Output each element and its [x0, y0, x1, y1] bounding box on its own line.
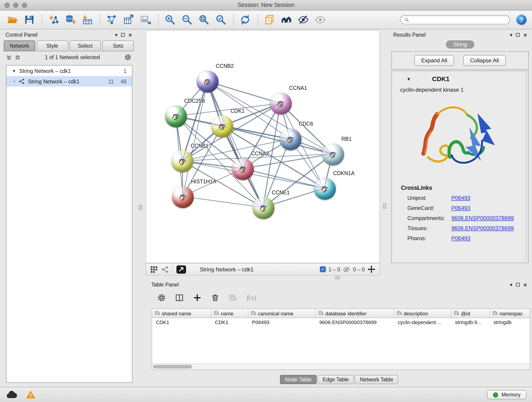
panel-close-icon[interactable]: ×	[128, 32, 132, 38]
network-node-cdkn1a[interactable]	[314, 178, 336, 200]
import-network-from-file-icon[interactable]	[47, 13, 60, 27]
crosslink-label: GeneCard:	[407, 205, 451, 211]
add-column-icon[interactable]	[193, 293, 202, 302]
network-node-ccnb2[interactable]	[196, 70, 219, 93]
scrollbar-thumb[interactable]	[153, 365, 192, 369]
panel-close-icon[interactable]: ×	[524, 32, 527, 38]
splitter-handle-left[interactable]	[139, 205, 142, 210]
network-row-selected[interactable]: ● String Network – cdk1 11 48	[6, 76, 132, 87]
export-table-icon[interactable]	[122, 13, 136, 27]
memory-button[interactable]: Memory	[487, 390, 526, 399]
new-network-from-selection-icon[interactable]	[105, 13, 119, 27]
panel-float-icon[interactable]	[516, 33, 520, 37]
column-header-description[interactable]: description	[394, 309, 451, 318]
apply-preferred-layout-icon[interactable]	[238, 13, 252, 27]
open-documentation-icon[interactable]	[263, 13, 276, 27]
zoom-in-icon[interactable]	[163, 13, 177, 27]
column-header-database-identifier[interactable]: database identifier	[316, 309, 394, 318]
panel-menu-icon[interactable]: ▾	[510, 282, 513, 287]
network-node-cdc6[interactable]	[279, 128, 302, 150]
save-session-icon[interactable]	[22, 13, 36, 27]
panel-menu-icon[interactable]: ▾	[510, 32, 513, 37]
crosslink-link[interactable]: P06493	[451, 195, 470, 201]
crosslink-link[interactable]: P06493	[451, 205, 470, 211]
tab-style[interactable]: Style	[37, 40, 68, 51]
column-header-namespac[interactable]: namespac	[490, 309, 530, 318]
control-panel-header: Control Panel ▾ ×	[2, 30, 135, 39]
show-columns-icon[interactable]	[175, 293, 184, 302]
network-node-hist1h1a[interactable]	[172, 186, 194, 208]
table-row[interactable]: CDK1CDK1P064939606.ENSP00000378699cyclin…	[152, 318, 530, 327]
network-canvas[interactable]: CCNB2CCNA1CDC25BCDK1CDC6RB1CCNB1CCNA2CDK…	[146, 30, 380, 263]
tab-select[interactable]: Select	[70, 40, 101, 51]
collapse-all-button[interactable]: Collapse All	[463, 55, 506, 66]
section-collapse-icon[interactable]: ▼	[406, 76, 411, 81]
results-scrollbar[interactable]	[525, 71, 528, 262]
zoom-out-icon[interactable]	[180, 13, 194, 27]
cloud-status-icon[interactable]	[6, 390, 18, 399]
window-close-button[interactable]	[5, 3, 10, 8]
detach-view-button[interactable]	[177, 265, 186, 274]
zoom-selected-icon[interactable]	[214, 13, 228, 27]
function-builder-icon[interactable]: f(x)	[247, 294, 256, 301]
panel-close-icon[interactable]: ×	[524, 282, 527, 288]
show-all-icon[interactable]	[313, 13, 327, 27]
hide-selected-icon[interactable]	[297, 13, 310, 27]
table-settings-gear-icon[interactable]	[157, 293, 166, 302]
pan-crosshair-icon[interactable]	[367, 265, 375, 273]
column-header-canonical-name[interactable]: canonical name	[248, 309, 316, 318]
warning-icon[interactable]	[26, 390, 35, 399]
network-node-ccne1[interactable]	[253, 197, 274, 219]
tab-network[interactable]: Network	[4, 40, 35, 51]
table-horizontal-scrollbar[interactable]	[152, 364, 530, 370]
network-node-ccnb1[interactable]	[171, 150, 193, 172]
panel-menu-icon[interactable]: ▾	[115, 32, 118, 37]
expand-all-button[interactable]: Expand All	[414, 55, 454, 66]
delete-column-icon[interactable]	[211, 293, 220, 302]
string-home-icon[interactable]	[279, 13, 293, 27]
network-options-gear-icon[interactable]	[124, 54, 132, 61]
import-table-from-file-icon[interactable]	[81, 13, 94, 27]
tab-node-table[interactable]: Node Table	[280, 375, 317, 384]
crosslink-label: Tissues:	[407, 225, 451, 231]
network-node-ccna1[interactable]	[270, 93, 292, 115]
tab-edge-table[interactable]: Edge Table	[317, 375, 354, 384]
search-icon	[404, 17, 409, 22]
selected-checkbox-icon[interactable]: ✓	[320, 266, 326, 272]
protein-structure-image	[414, 99, 506, 179]
column-header--id[interactable]: @id	[451, 309, 490, 318]
crosslink-link[interactable]: P06493	[451, 235, 470, 242]
help-button[interactable]: ?	[516, 15, 526, 25]
crosslink-link[interactable]: 9606.ENSP00000378699	[451, 225, 514, 231]
network-collection-row[interactable]: ▼ String Network – cdk1 1	[6, 65, 132, 76]
window-minimize-button[interactable]	[13, 3, 18, 8]
network-node-cdc25b[interactable]	[165, 105, 187, 128]
column-header-shared-name[interactable]: shared name	[152, 309, 211, 318]
splitter-handle-bottom[interactable]	[335, 276, 340, 279]
panel-float-icon[interactable]	[516, 283, 520, 287]
tab-string[interactable]: String	[446, 40, 474, 49]
network-node-ccna2[interactable]	[232, 158, 254, 180]
import-network-from-database-icon[interactable]	[64, 13, 77, 27]
network-share-icon[interactable]	[161, 266, 169, 273]
birdseye-grid-icon[interactable]	[150, 266, 158, 273]
export-image-icon[interactable]	[139, 13, 152, 27]
network-icon	[19, 78, 25, 84]
zoom-fit-content-icon[interactable]	[197, 13, 211, 27]
network-node-cdk1[interactable]	[211, 115, 233, 138]
panel-float-icon[interactable]	[121, 33, 125, 37]
crosslink-link[interactable]: 9606.ENSP00000378699	[451, 215, 514, 221]
network-node-rb1[interactable]	[322, 143, 344, 166]
tree-expander-icon[interactable]: ▼	[12, 69, 16, 73]
tab-sets[interactable]: Sets	[102, 40, 134, 51]
column-header-name[interactable]: name	[211, 309, 248, 318]
collapse-all-networks-icon[interactable]	[6, 54, 12, 60]
open-session-icon[interactable]	[6, 13, 19, 27]
tab-network-table[interactable]: Network Table	[355, 375, 398, 384]
splitter-handle-right[interactable]	[383, 204, 386, 209]
search-input[interactable]	[412, 17, 506, 22]
window-zoom-button[interactable]	[22, 3, 27, 8]
search-box[interactable]	[400, 15, 510, 24]
table-cell: stringdb	[490, 318, 530, 327]
expand-all-networks-icon[interactable]	[15, 54, 21, 60]
